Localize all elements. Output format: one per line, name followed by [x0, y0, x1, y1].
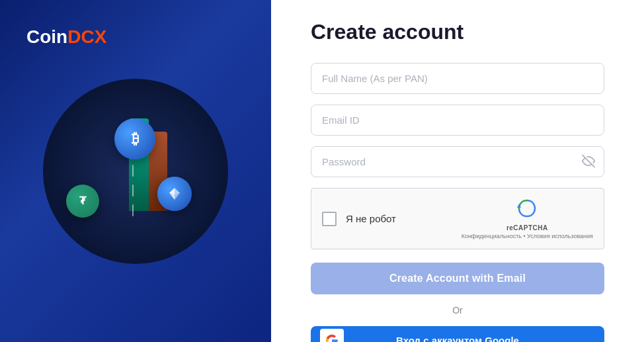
google-icon: [325, 334, 339, 343]
logo-coin: Coin: [26, 26, 67, 48]
google-button-label: Вход с аккаунтом Google: [321, 335, 594, 342]
recaptcha-left: Я не робот: [322, 212, 396, 226]
email-group: [311, 105, 604, 136]
password-group: [311, 146, 604, 177]
create-account-email-button[interactable]: Create Account with Email: [311, 263, 604, 294]
google-signin-button[interactable]: Вход с аккаунтом Google: [311, 326, 604, 342]
recaptcha-logo-icon: [516, 198, 538, 223]
fullname-group: [311, 63, 604, 94]
recaptcha-checkbox[interactable]: [322, 212, 337, 226]
logo-dcx: DCX: [67, 26, 106, 48]
google-icon-wrapper: [320, 329, 344, 343]
logo: CoinDCX: [26, 26, 106, 48]
btc-icon: ₿: [132, 130, 139, 148]
eth-coin: [157, 177, 192, 211]
recaptcha-right: reCAPTCHA Конфиденциальность • Условия и…: [462, 198, 593, 239]
road-dash: [132, 185, 134, 196]
usdt-icon: ₮: [79, 194, 86, 207]
eth-icon: [167, 186, 182, 202]
page-title: Create account: [311, 20, 463, 44]
road-dash: [132, 204, 134, 216]
eye-toggle-icon[interactable]: [582, 154, 595, 169]
password-wrapper: [311, 146, 604, 177]
or-divider: Or: [311, 305, 604, 316]
password-input[interactable]: [311, 146, 604, 177]
right-panel: Create account Я не робот: [271, 0, 644, 342]
road-dash: [132, 165, 134, 177]
fullname-input[interactable]: [311, 63, 604, 94]
crypto-scene: ₿ ₮: [43, 79, 228, 264]
btc-coin: ₿: [114, 118, 155, 159]
recaptcha-brand: reCAPTCHA: [506, 224, 548, 232]
recaptcha-links: Конфиденциальность • Условия использован…: [462, 233, 593, 239]
usdt-coin: ₮: [66, 185, 99, 218]
recaptcha-label: Я не робот: [346, 213, 396, 224]
recaptcha-box: Я не робот reCAPTCHA Конфиденциальность …: [311, 188, 604, 249]
email-input[interactable]: [311, 105, 604, 136]
left-panel: CoinDCX ₿ ₮: [0, 0, 271, 342]
